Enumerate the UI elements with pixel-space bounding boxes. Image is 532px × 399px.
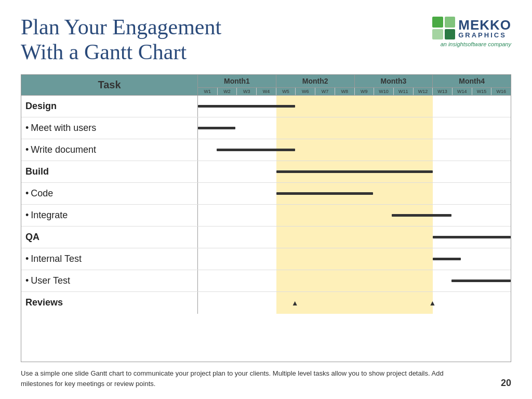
footer-text: Use a simple one slide Gantt chart to co… <box>21 368 473 389</box>
month-2: Month2 <box>276 75 355 87</box>
week-w9: W9 <box>355 88 375 95</box>
gantt-bars-build <box>198 161 511 182</box>
table-row: Build <box>21 161 511 183</box>
week-w4: W4 <box>257 88 276 95</box>
task-label-meet-users: •Meet with users <box>25 123 96 134</box>
task-integrate: •Integrate <box>21 205 198 226</box>
week-w7: W7 <box>315 88 335 95</box>
task-label-integrate: •Integrate <box>25 210 68 221</box>
table-row: Design <box>21 96 511 117</box>
gantt-bars-internal-test <box>198 248 511 270</box>
week-w10: W10 <box>374 88 394 95</box>
gantt-chart: Task Month1 Month2 Month3 Month4 W1 W2 W… <box>21 74 511 362</box>
logo-subtitle: an insightsoftware company <box>441 41 511 47</box>
logo-area: MEKKO GRAPHICS an insightsoftware compan… <box>432 15 511 47</box>
gantt-bars-reviews: ▲ ▲ <box>198 292 511 314</box>
logo-text: MEKKO GRAPHICS <box>458 18 511 38</box>
week-w16: W16 <box>491 88 511 95</box>
week-row: W1 W2 W3 W4 W5 W6 W7 W8 W9 W10 W11 W12 W… <box>198 88 511 95</box>
task-col-label: Task <box>98 79 121 91</box>
week-w14: W14 <box>453 88 472 95</box>
task-write-doc: •Write document <box>21 139 198 161</box>
task-col-header: Task <box>21 75 198 95</box>
task-internal-test: •Internal Test <box>21 248 198 270</box>
page-number: 20 <box>501 378 511 389</box>
table-row: •Meet with users <box>21 117 511 139</box>
gantt-bars-user-test <box>198 270 511 291</box>
logo-graphics: GRAPHICS <box>458 32 511 38</box>
task-build: Build <box>21 161 198 182</box>
week-w3: W3 <box>237 88 257 95</box>
task-label-qa: QA <box>25 232 39 243</box>
week-w12: W12 <box>414 88 433 95</box>
table-row: •Write document <box>21 139 511 161</box>
task-label-write-doc: •Write document <box>25 144 96 155</box>
task-label-design: Design <box>25 101 57 112</box>
table-row: •User Test <box>21 270 511 292</box>
milestone-1: ▲ <box>291 299 299 307</box>
header: Plan Your Engagement With a Gantt Chart … <box>21 15 511 65</box>
task-label-user-test: •User Test <box>25 275 70 286</box>
gantt-bars-design <box>198 96 511 117</box>
week-w5: W5 <box>276 88 296 95</box>
task-code: •Code <box>21 183 198 204</box>
gantt-body: Design •Meet with users <box>21 96 511 362</box>
month-3: Month3 <box>355 75 433 87</box>
task-label-code: •Code <box>25 188 53 199</box>
table-row: QA <box>21 227 511 248</box>
task-user-test: •User Test <box>21 270 198 291</box>
task-qa: QA <box>21 227 198 248</box>
table-row: •Integrate <box>21 205 511 227</box>
week-w2: W2 <box>218 88 237 95</box>
task-label-reviews: Reviews <box>25 297 63 308</box>
week-w1: W1 <box>198 88 218 95</box>
gantt-bars-write-doc <box>198 139 511 161</box>
page: Plan Your Engagement With a Gantt Chart … <box>0 0 532 399</box>
page-title: Plan Your Engagement With a Gantt Chart <box>21 15 221 65</box>
gantt-bars-meet-users <box>198 117 511 139</box>
months-header: Month1 Month2 Month3 Month4 W1 W2 W3 W4 … <box>198 75 511 95</box>
week-w8: W8 <box>335 88 355 95</box>
gantt-bars-qa <box>198 227 511 248</box>
table-row: Reviews ▲ ▲ <box>21 292 511 314</box>
table-row: •Internal Test <box>21 248 511 270</box>
week-w13: W13 <box>433 88 453 95</box>
milestone-2: ▲ <box>429 299 436 307</box>
task-label-build: Build <box>25 166 49 177</box>
task-meet-users: •Meet with users <box>21 117 198 139</box>
week-w6: W6 <box>296 88 315 95</box>
week-w11: W11 <box>394 88 414 95</box>
gantt-bars-integrate <box>198 205 511 226</box>
task-design: Design <box>21 96 198 117</box>
month-4: Month4 <box>433 75 511 87</box>
table-row: •Code <box>21 183 511 205</box>
logo-box: MEKKO GRAPHICS <box>432 17 511 39</box>
month-row: Month1 Month2 Month3 Month4 <box>198 75 511 88</box>
gantt-bars-code <box>198 183 511 204</box>
logo-grid-icon <box>432 17 455 39</box>
task-label-internal-test: •Internal Test <box>25 254 82 264</box>
month-1: Month1 <box>198 75 276 87</box>
task-reviews: Reviews <box>21 292 198 314</box>
gantt-header: Task Month1 Month2 Month3 Month4 W1 W2 W… <box>21 75 511 96</box>
logo-mekko: MEKKO <box>458 18 511 32</box>
week-w15: W15 <box>472 88 492 95</box>
